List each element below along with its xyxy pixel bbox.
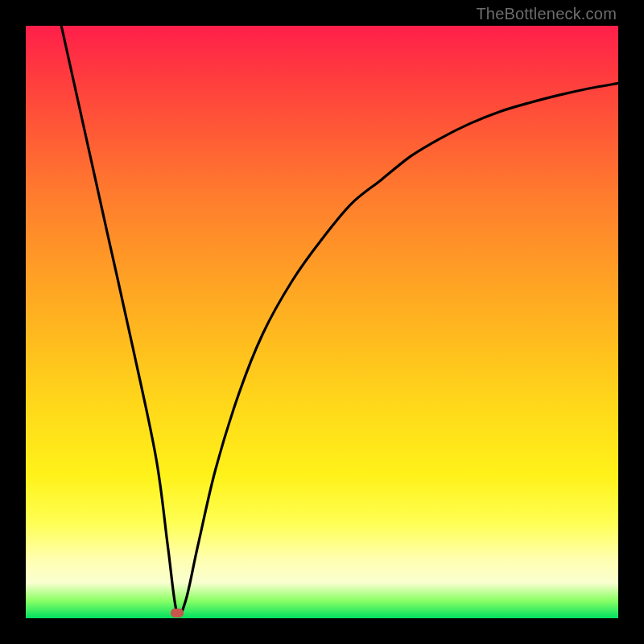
curve-svg <box>26 26 618 618</box>
optimal-marker <box>171 609 184 617</box>
attribution-text: TheBottleneck.com <box>476 5 617 23</box>
plot-area <box>26 26 618 618</box>
bottleneck-curve-path <box>61 26 618 616</box>
chart-frame: TheBottleneck.com <box>0 0 644 644</box>
